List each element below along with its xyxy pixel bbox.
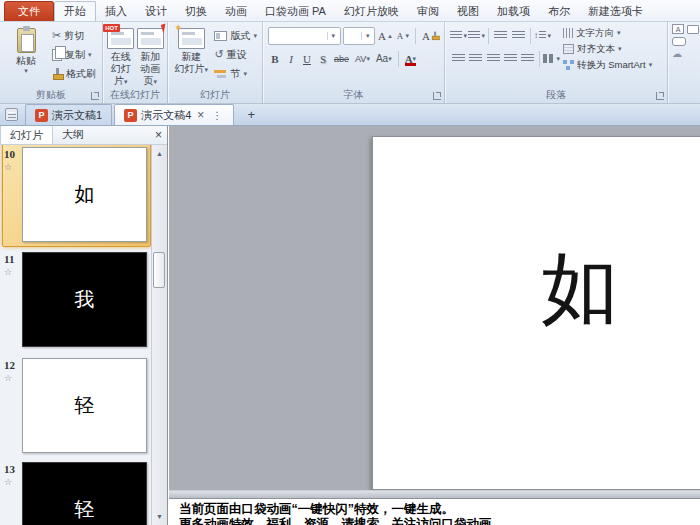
font-color-button[interactable]: A▾	[403, 50, 418, 68]
close-icon[interactable]: ×	[195, 108, 206, 122]
format-painter-label: 格式刷	[66, 67, 96, 81]
more-options-icon[interactable]: ⋮	[210, 110, 224, 121]
paste-button[interactable]: 粘贴 ▾	[3, 25, 49, 88]
layout-button[interactable]: 版式 ▾	[211, 26, 260, 45]
file-tab[interactable]: 文件	[4, 1, 54, 21]
clear-formatting-button[interactable]: A	[420, 27, 440, 45]
panel-tab-slides[interactable]: 幻灯片	[0, 126, 53, 144]
slide-thumbnail-13[interactable]: 13 ☆ 轻	[0, 462, 151, 525]
red-cursor-icon	[160, 23, 168, 33]
columns-button[interactable]: ▾	[543, 50, 560, 68]
increase-indent-button[interactable]	[510, 27, 527, 45]
tab-boolean[interactable]: 布尔	[539, 1, 579, 21]
align-right-button[interactable]	[485, 50, 501, 68]
close-panel-icon[interactable]: ×	[155, 129, 162, 141]
copy-button[interactable]: 复制 ▾	[49, 45, 99, 64]
slide-thumbnail-10[interactable]: 10 ☆ 如	[0, 147, 151, 246]
notes-splitter[interactable]	[169, 490, 700, 498]
align-text-button[interactable]: 对齐文本 ▾	[560, 41, 664, 57]
tab-home[interactable]: 开始	[54, 1, 96, 21]
dialog-launcher-icon[interactable]	[91, 92, 99, 100]
tab-insert[interactable]: 插入	[96, 1, 136, 21]
scroll-up-icon[interactable]: ▲	[152, 146, 167, 161]
tab-pocket-animation[interactable]: 口袋动画 PA	[256, 1, 335, 21]
tab-design[interactable]: 设计	[136, 1, 176, 21]
divider	[530, 28, 531, 44]
slide-thumbnail-11[interactable]: 11 ☆ 我	[0, 252, 151, 351]
convert-smartart-button[interactable]: 转换为 SmartArt ▾	[560, 57, 664, 73]
divider	[488, 28, 489, 44]
shrink-font-button[interactable]: A▼	[396, 27, 411, 45]
change-case-button[interactable]: Aa▾	[374, 50, 394, 68]
slide-thumb-image[interactable]: 轻	[22, 462, 147, 525]
italic-button[interactable]: I	[284, 50, 298, 68]
bullets-button[interactable]: ▾	[450, 27, 467, 45]
section-button[interactable]: 节 ▾	[211, 64, 260, 83]
decrease-indent-button[interactable]	[492, 27, 509, 45]
notes-line-1: 当前页面由口袋动画“一键快闪”特效，一键生成。	[179, 502, 694, 517]
rounded-rectangle-shape-icon[interactable]	[672, 37, 686, 46]
current-slide[interactable]: 如	[372, 136, 700, 490]
slide-thumbnail-12[interactable]: 12 ☆ 轻	[0, 358, 151, 457]
panel-scrollbar[interactable]: ▲ ▼	[151, 145, 167, 525]
underline-button[interactable]: U	[300, 50, 314, 68]
align-center-button[interactable]	[467, 50, 483, 68]
font-size-combo[interactable]: ▾	[343, 27, 375, 45]
divider	[539, 51, 540, 67]
rectangle-shape-icon[interactable]	[687, 25, 699, 34]
new-animation-page-button[interactable]: 新加 动画页▾	[136, 25, 166, 88]
scroll-down-icon[interactable]: ▼	[152, 509, 167, 524]
font-size-input[interactable]	[344, 29, 361, 43]
align-left-button[interactable]	[450, 50, 466, 68]
slides-group-label: 幻灯片	[168, 88, 262, 103]
dialog-launcher-icon[interactable]	[656, 92, 664, 100]
format-painter-button[interactable]: 格式刷	[49, 64, 99, 83]
chevron-down-icon: ▾	[327, 32, 339, 40]
line-spacing-button[interactable]: ↕▾	[534, 27, 551, 45]
slide-thumb-image[interactable]: 如	[22, 147, 147, 242]
slide-thumb-image[interactable]: 轻	[22, 358, 147, 453]
tab-transitions[interactable]: 切换	[176, 1, 216, 21]
chevron-down-icon: ▾	[24, 67, 28, 75]
thumb-text: 我	[75, 286, 95, 313]
powerpoint-file-icon: P	[35, 109, 48, 122]
slide-thumb-image[interactable]: 我	[22, 252, 147, 347]
tab-view[interactable]: 视图	[448, 1, 488, 21]
tab-slideshow[interactable]: 幻灯片放映	[335, 1, 408, 21]
grow-font-button[interactable]: A▲	[377, 27, 394, 45]
new-slide-button[interactable]: ★ 新建 幻灯片▾	[171, 25, 211, 88]
justify-button[interactable]	[502, 50, 518, 68]
character-spacing-button[interactable]: AV▾	[353, 50, 372, 68]
font-name-input[interactable]	[269, 29, 327, 43]
bold-button[interactable]: B	[268, 50, 282, 68]
doc-tab-presentation1[interactable]: P 演示文稿1	[25, 104, 112, 125]
text-box-icon[interactable]: A	[672, 24, 684, 34]
dialog-launcher-icon[interactable]	[433, 92, 441, 100]
online-slides-button[interactable]: HOT 在线 幻灯片▾	[106, 25, 136, 88]
numbering-button[interactable]: ▾	[468, 27, 485, 45]
slide-title-text[interactable]: 如	[541, 249, 619, 327]
font-name-combo[interactable]: ▾	[268, 27, 341, 45]
text-shadow-button[interactable]: S	[316, 50, 330, 68]
text-direction-button[interactable]: 文字方向 ▾	[560, 25, 664, 41]
align-text-icon	[563, 44, 574, 54]
panel-tab-outline[interactable]: 大纲	[53, 126, 93, 144]
tab-addins[interactable]: 加载项	[488, 1, 539, 21]
tab-animations[interactable]: 动画	[216, 1, 256, 21]
clipboard-group-label: 剪贴板	[0, 88, 102, 103]
doc-tab-presentation4[interactable]: P 演示文稿4 × ⋮	[114, 104, 234, 125]
cut-button[interactable]: ✂ 剪切	[49, 26, 99, 45]
new-tab-button[interactable]: +	[242, 106, 260, 122]
tab-new-tab[interactable]: 新建选项卡	[579, 1, 652, 21]
slide-number: 11	[4, 253, 14, 265]
strikethrough-button[interactable]: abe	[332, 50, 351, 68]
cloud-shape-icon[interactable]: ☁	[672, 49, 682, 59]
thumb-text: 轻	[75, 496, 95, 523]
window-menu-icon[interactable]	[5, 108, 18, 121]
notes-pane[interactable]: 当前页面由口袋动画“一键快闪”特效，一键生成。 更多动画特效，福利，资源，请搜索…	[169, 498, 700, 525]
tab-review[interactable]: 审阅	[408, 1, 448, 21]
transition-star-icon: ☆	[4, 267, 12, 277]
scrollbar-thumb[interactable]	[153, 252, 165, 288]
reset-button[interactable]: ↺ 重设	[211, 45, 260, 64]
distribute-button[interactable]	[520, 50, 536, 68]
